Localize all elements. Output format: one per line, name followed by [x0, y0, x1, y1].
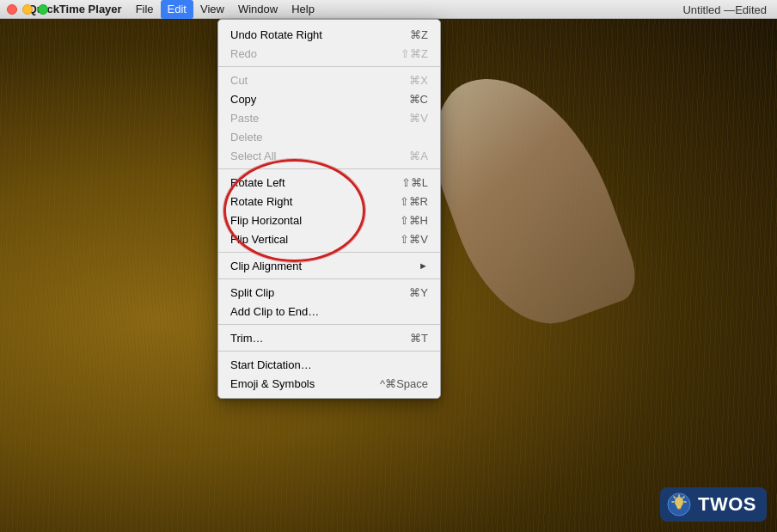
menu-item-add-clip[interactable]: Add Clip to End…: [218, 302, 440, 321]
svg-line-6: [683, 497, 685, 498]
menu-item-delete[interactable]: Delete: [218, 127, 440, 146]
menu-item-flip-horizontal[interactable]: Flip Horizontal ⇧⌘H: [218, 211, 440, 229]
edit-dropdown-menu: Undo Rotate Right ⌘Z Redo ⇧⌘Z Cut ⌘X Cop…: [217, 19, 441, 399]
twos-badge: TWOS: [660, 487, 767, 522]
minimize-button[interactable]: [22, 4, 33, 15]
window-title-edited: Untitled — Edited: [682, 0, 767, 19]
menu-window[interactable]: Window: [231, 0, 284, 19]
menu-item-paste[interactable]: Paste ⌘V: [218, 108, 440, 127]
twos-label: TWOS: [698, 493, 756, 516]
menu-item-select-all[interactable]: Select All ⌘A: [218, 146, 440, 165]
submenu-arrow-icon: ►: [419, 260, 428, 271]
menu-section-trim: Trim… ⌘T: [218, 324, 440, 349]
menu-item-dictation[interactable]: Start Dictation…: [218, 355, 440, 374]
menu-item-cut[interactable]: Cut ⌘X: [218, 70, 440, 89]
menu-edit[interactable]: Edit: [161, 0, 193, 19]
menu-item-clip-alignment[interactable]: Clip Alignment ►: [218, 256, 440, 275]
twos-logo-icon: [667, 492, 691, 517]
menu-item-undo[interactable]: Undo Rotate Right ⌘Z: [218, 25, 440, 44]
menu-help[interactable]: Help: [284, 0, 321, 19]
menu-section-clip-alignment: Clip Alignment ►: [218, 252, 440, 277]
close-button[interactable]: [7, 4, 17, 15]
menu-item-rotate-right[interactable]: Rotate Right ⇧⌘R: [218, 192, 440, 211]
menu-item-trim[interactable]: Trim… ⌘T: [218, 328, 440, 347]
menubar:  QuickTime Player File Edit View Window…: [0, 0, 777, 19]
menu-item-copy[interactable]: Copy ⌘C: [218, 89, 440, 108]
menu-section-transform: Rotate Left ⇧⌘L Rotate Right ⇧⌘R Flip Ho…: [218, 168, 440, 250]
svg-rect-2: [677, 506, 682, 508]
menu-view[interactable]: View: [193, 0, 231, 19]
menu-section-undo: Undo Rotate Right ⌘Z Redo ⇧⌘Z: [218, 23, 440, 64]
svg-point-1: [675, 497, 683, 507]
menu-item-redo[interactable]: Redo ⇧⌘Z: [218, 44, 440, 63]
menu-item-emoji[interactable]: Emoji & Symbols ^⌘Space: [218, 374, 440, 393]
svg-rect-3: [677, 508, 681, 510]
svg-line-5: [674, 497, 676, 498]
traffic-lights: [7, 4, 48, 15]
menu-item-split-clip[interactable]: Split Clip ⌘Y: [218, 283, 440, 302]
menu-section-input: Start Dictation… Emoji & Symbols ^⌘Space: [218, 351, 440, 394]
maximize-button[interactable]: [38, 4, 48, 15]
menu-section-split: Split Clip ⌘Y Add Clip to End…: [218, 278, 440, 322]
menu-item-rotate-left[interactable]: Rotate Left ⇧⌘L: [218, 173, 440, 192]
menu-item-flip-vertical[interactable]: Flip Vertical ⇧⌘V: [218, 229, 440, 248]
menu-section-clipboard: Cut ⌘X Copy ⌘C Paste ⌘V Delete Select Al…: [218, 66, 440, 167]
menu-file[interactable]: File: [129, 0, 161, 19]
